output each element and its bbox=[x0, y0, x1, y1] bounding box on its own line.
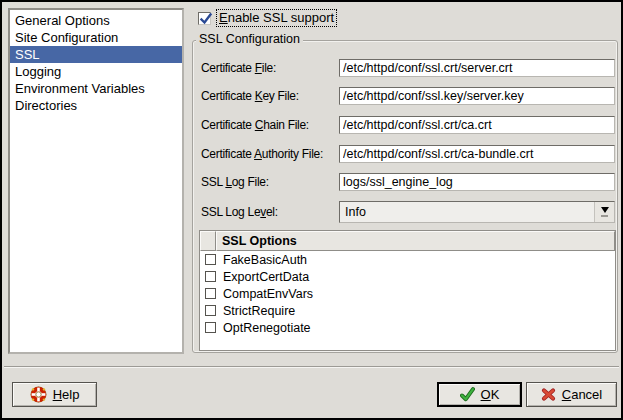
sidebar-item-site-configuration[interactable]: Site Configuration bbox=[10, 29, 182, 46]
certificate-key-file-input[interactable] bbox=[339, 87, 615, 105]
ssl-configuration-frame: SSL Configuration Certificate File: Cert… bbox=[192, 40, 618, 353]
ssl-option-label: CompatEnvVars bbox=[223, 287, 313, 301]
help-button-label: Help bbox=[53, 387, 80, 402]
cancel-button-label: Cancel bbox=[562, 387, 602, 402]
certificate-chain-file-input[interactable] bbox=[339, 116, 615, 134]
ssl-log-file-input[interactable] bbox=[339, 173, 615, 191]
certificate-file-label: Certificate File: bbox=[201, 61, 338, 75]
ssl-option-label: ExportCertData bbox=[223, 270, 309, 284]
ssl-option-checkbox[interactable] bbox=[205, 305, 216, 316]
certificate-authority-file-label: Certificate Authority File: bbox=[201, 147, 338, 161]
sidebar-item-logging[interactable]: Logging bbox=[10, 63, 182, 80]
ssl-option-label: OptRenegotiate bbox=[223, 321, 311, 335]
x-icon bbox=[541, 387, 556, 402]
certificate-key-file-label: Certificate Key File: bbox=[201, 89, 338, 103]
enable-ssl-label[interactable]: Enable SSL support bbox=[216, 9, 337, 27]
checkmark-icon bbox=[199, 12, 213, 26]
help-button[interactable]: Help bbox=[12, 382, 97, 407]
sidebar-item-ssl[interactable]: SSL bbox=[10, 46, 182, 63]
ssl-options-body: FakeBasicAuthExportCertDataCompatEnvVars… bbox=[200, 251, 615, 336]
ssl-log-file-label: SSL Log File: bbox=[201, 175, 338, 189]
frame-title: SSL Configuration bbox=[196, 32, 303, 46]
ssl-log-level-value: Info bbox=[340, 205, 594, 219]
ssl-options-header-row: SSL Options bbox=[200, 231, 615, 251]
lifesaver-icon bbox=[30, 386, 47, 403]
dropdown-arrow-icon[interactable] bbox=[594, 202, 614, 222]
certificate-authority-file-input[interactable] bbox=[339, 145, 615, 163]
enable-ssl-row: Enable SSL support bbox=[198, 9, 337, 27]
sidebar-item-environment-variables[interactable]: Environment Variables bbox=[10, 80, 182, 97]
ssl-option-checkbox[interactable] bbox=[205, 254, 216, 265]
sidebar-item-general-options[interactable]: General Options bbox=[10, 12, 182, 29]
button-separator bbox=[4, 366, 619, 368]
ssl-options-header[interactable]: SSL Options bbox=[216, 231, 615, 251]
ok-button-label: OK bbox=[481, 387, 500, 402]
ssl-log-level-combo[interactable]: Info bbox=[339, 201, 615, 223]
ssl-option-row: ExportCertData bbox=[200, 268, 615, 285]
ssl-option-checkbox[interactable] bbox=[205, 271, 216, 282]
ssl-option-row: CompatEnvVars bbox=[200, 285, 615, 302]
ok-button[interactable]: OK bbox=[437, 382, 522, 407]
ssl-options-table: SSL Options FakeBasicAuthExportCertDataC… bbox=[199, 230, 616, 351]
ssl-log-level-label: SSL Log Level: bbox=[201, 205, 338, 219]
check-icon bbox=[460, 387, 475, 402]
ssl-option-checkbox[interactable] bbox=[205, 288, 216, 299]
ssl-option-row: OptRenegotiate bbox=[200, 319, 615, 336]
ssl-option-checkbox[interactable] bbox=[205, 322, 216, 333]
cancel-button[interactable]: Cancel bbox=[526, 382, 617, 407]
sidebar-item-directories[interactable]: Directories bbox=[10, 97, 182, 114]
ssl-options-header-stub[interactable] bbox=[200, 231, 216, 251]
category-list[interactable]: General OptionsSite ConfigurationSSLLogg… bbox=[8, 8, 184, 354]
enable-ssl-checkbox[interactable] bbox=[198, 12, 211, 25]
ssl-option-row: StrictRequire bbox=[200, 302, 615, 319]
certificate-file-input[interactable] bbox=[339, 59, 615, 77]
ssl-option-row: FakeBasicAuth bbox=[200, 251, 615, 268]
certificate-chain-file-label: Certificate Chain File: bbox=[201, 118, 338, 132]
ssl-option-label: FakeBasicAuth bbox=[223, 253, 307, 267]
ssl-option-label: StrictRequire bbox=[223, 304, 295, 318]
httpd-config-window: { "window": { "background": "#dedcd7", "… bbox=[0, 0, 623, 420]
